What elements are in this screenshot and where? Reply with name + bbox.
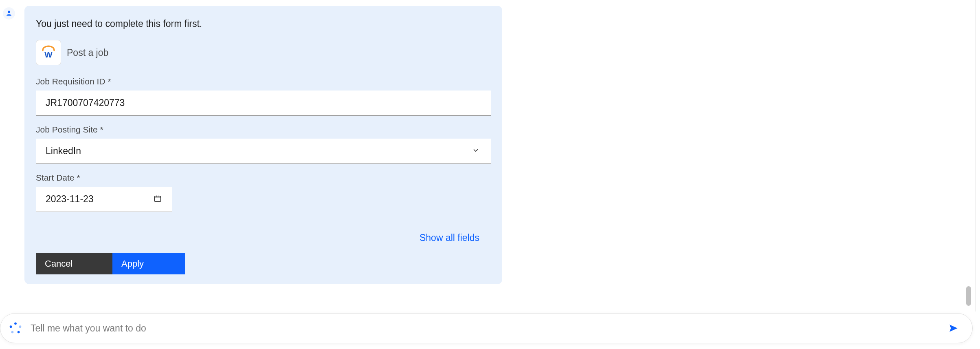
show-all-fields-link[interactable]: Show all fields bbox=[420, 232, 479, 243]
start-date-input[interactable] bbox=[36, 187, 172, 212]
assistant-avatar bbox=[3, 7, 15, 20]
button-row: Cancel Apply bbox=[36, 253, 491, 274]
job-req-input[interactable] bbox=[36, 91, 491, 116]
person-icon bbox=[5, 10, 13, 17]
svg-point-8 bbox=[18, 331, 20, 334]
posting-site-select-wrapper[interactable] bbox=[36, 139, 491, 164]
composer-input[interactable] bbox=[24, 323, 946, 334]
workday-app-icon: W bbox=[36, 40, 61, 65]
send-icon bbox=[948, 323, 959, 334]
action-title: Post a job bbox=[67, 47, 108, 58]
panel-divider bbox=[975, 0, 980, 311]
show-all-row: Show all fields bbox=[36, 232, 491, 243]
workday-icon: W bbox=[40, 44, 57, 61]
send-button[interactable] bbox=[946, 321, 961, 336]
posting-site-label: Job Posting Site * bbox=[36, 125, 491, 135]
action-header: W Post a job bbox=[36, 40, 491, 65]
svg-point-0 bbox=[8, 11, 10, 13]
message-card: You just need to complete this form firs… bbox=[24, 6, 502, 284]
assistant-sparkle-icon bbox=[7, 320, 24, 337]
start-date-wrapper[interactable] bbox=[36, 187, 172, 212]
svg-point-10 bbox=[10, 325, 12, 328]
svg-point-7 bbox=[19, 325, 22, 328]
posting-site-group: Job Posting Site * bbox=[36, 125, 491, 164]
svg-point-6 bbox=[14, 322, 17, 325]
composer-bar bbox=[0, 313, 973, 343]
scrollbar-track[interactable] bbox=[966, 2, 971, 311]
svg-point-9 bbox=[11, 331, 14, 334]
start-date-group: Start Date * bbox=[36, 173, 491, 212]
intro-text: You just need to complete this form firs… bbox=[36, 17, 491, 30]
posting-site-select[interactable] bbox=[36, 139, 491, 164]
cancel-button[interactable]: Cancel bbox=[36, 253, 112, 274]
content-area: You just need to complete this form firs… bbox=[0, 0, 968, 311]
start-date-label: Start Date * bbox=[36, 173, 491, 183]
apply-button[interactable]: Apply bbox=[112, 253, 185, 274]
scrollbar-thumb[interactable] bbox=[966, 286, 971, 306]
svg-text:W: W bbox=[44, 50, 53, 59]
job-req-label: Job Requisition ID * bbox=[36, 77, 491, 86]
job-req-group: Job Requisition ID * bbox=[36, 77, 491, 116]
